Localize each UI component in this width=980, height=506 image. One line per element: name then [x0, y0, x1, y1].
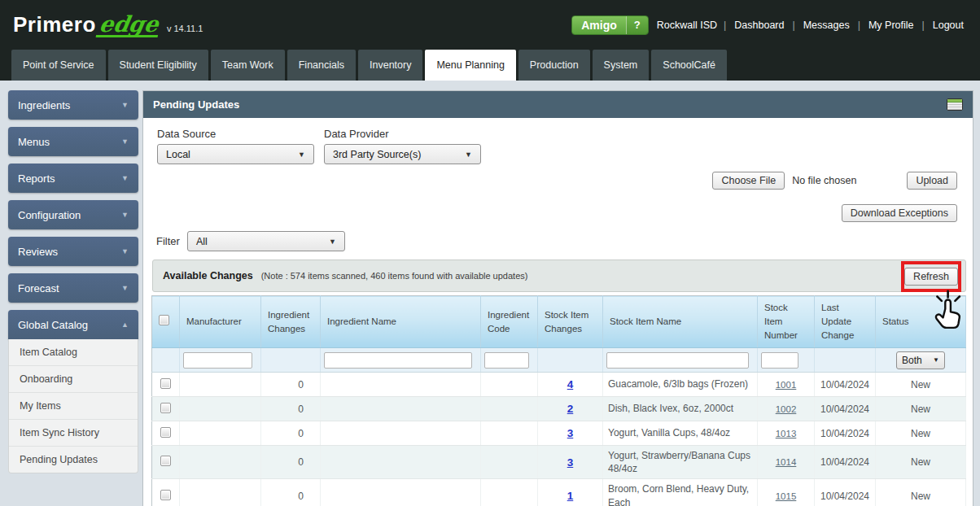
- filter-stock-item-number-input[interactable]: [761, 352, 798, 369]
- ingredient-name-cell: [321, 397, 481, 421]
- col-header-stock-item-name[interactable]: Stock Item Name: [603, 296, 758, 348]
- sidebar-item-reports[interactable]: Reports ▼: [8, 164, 138, 193]
- stock-item-changes-link[interactable]: 2: [567, 403, 574, 415]
- chevron-down-icon: ▼: [465, 150, 472, 159]
- sidebar-item-configuration[interactable]: Configuration ▼: [8, 200, 138, 229]
- nav-link-messages[interactable]: Messages: [800, 20, 853, 31]
- logo-text-accent: edge: [95, 15, 161, 37]
- tab-system[interactable]: System: [593, 50, 650, 81]
- col-header-manufacturer[interactable]: Manufacturer: [180, 296, 261, 348]
- col-header-ingredient-name[interactable]: Ingredient Name: [321, 296, 481, 348]
- status-cell: New: [876, 373, 966, 397]
- row-checkbox[interactable]: [160, 403, 171, 413]
- sidebar-item-forecast[interactable]: Forecast ▼: [8, 273, 138, 303]
- col-header-stock-item-number[interactable]: Stock Item Number: [758, 296, 815, 348]
- upload-button[interactable]: Upload: [907, 172, 957, 190]
- stock-item-number-link[interactable]: 1002: [776, 404, 797, 414]
- sidebar-item-pending-updates[interactable]: Pending Updates: [9, 447, 138, 473]
- available-changes-table-wrap: Manufacturer Ingredient Changes Ingredie…: [151, 295, 966, 506]
- amigo-badge[interactable]: Amigo ?: [571, 15, 649, 35]
- col-header-ingredient-changes[interactable]: Ingredient Changes: [261, 296, 321, 348]
- stock-item-changes-link[interactable]: 3: [567, 427, 574, 439]
- last-update-change-cell: 10/04/2024: [815, 373, 876, 397]
- amigo-label[interactable]: Amigo: [572, 16, 626, 34]
- sidebar-item-global-catalog[interactable]: Global Catalog ▲: [8, 310, 138, 339]
- ingredient-changes-cell: 0: [261, 479, 321, 506]
- stock-item-number-link[interactable]: 1014: [776, 457, 797, 467]
- tab-financials[interactable]: Financials: [287, 50, 356, 81]
- chevron-down-icon: ▼: [298, 150, 305, 159]
- data-source-select[interactable]: Local ▼: [157, 144, 314, 164]
- status-filter-select[interactable]: Both ▼: [896, 351, 945, 369]
- filter-ingredient-name-input[interactable]: [324, 352, 472, 369]
- filter-ingredient-code-input[interactable]: [484, 352, 529, 369]
- table-row: 0 1 Broom, Corn Blend, Heavy Duty, Each …: [152, 479, 966, 506]
- nav-separator: |: [853, 20, 865, 31]
- tab-menu-planning[interactable]: Menu Planning: [425, 50, 515, 81]
- row-checkbox[interactable]: [160, 427, 171, 438]
- help-icon[interactable]: ?: [626, 16, 648, 34]
- col-header-last-update-change[interactable]: Last Update Change: [815, 296, 876, 348]
- filter-manufacturer-input[interactable]: [183, 352, 252, 369]
- sidebar-item-ingredients[interactable]: Ingredients ▼: [8, 90, 138, 120]
- filter-select[interactable]: All ▼: [187, 231, 345, 251]
- stock-item-changes-link[interactable]: 4: [567, 378, 574, 390]
- refresh-highlight-annotation: Refresh: [901, 261, 961, 292]
- refresh-button[interactable]: Refresh: [904, 268, 958, 286]
- app-logo: Primero edge v 14.11.1: [13, 12, 203, 37]
- filter-value: All: [196, 236, 208, 247]
- grid-view-icon[interactable]: [947, 98, 963, 111]
- sidebar-item-menus[interactable]: Menus ▼: [8, 127, 138, 156]
- sidebar-item-label: Reviews: [18, 246, 58, 258]
- stock-item-changes-link[interactable]: 1: [567, 490, 574, 502]
- stock-item-number-link[interactable]: 1013: [776, 429, 797, 438]
- sidebar: Ingredients ▼ Menus ▼ Reports ▼ Configur…: [8, 90, 138, 473]
- ingredient-changes-cell: 0: [261, 373, 321, 397]
- filter-stock-item-name-input[interactable]: [606, 352, 749, 369]
- ingredient-changes-cell: 0: [261, 421, 321, 446]
- chevron-down-icon: ▼: [933, 356, 939, 364]
- col-header-stock-item-changes[interactable]: Stock Item Changes: [538, 296, 603, 348]
- sidebar-item-item-catalog[interactable]: Item Catalog: [9, 339, 138, 366]
- row-checkbox[interactable]: [160, 490, 171, 500]
- chevron-up-icon: ▲: [121, 321, 129, 329]
- sidebar-item-onboarding[interactable]: Onboarding: [9, 366, 138, 393]
- last-update-change-cell: 10/04/2024: [815, 421, 876, 446]
- ingredient-code-cell: [481, 373, 538, 397]
- data-provider-select[interactable]: 3rd Party Source(s) ▼: [324, 144, 481, 164]
- choose-file-button[interactable]: Choose File: [712, 172, 785, 190]
- table-row: 0 4 Guacamole, 6/3lb bags (Frozen) 1001 …: [152, 373, 966, 397]
- sidebar-item-item-sync-history[interactable]: Item Sync History: [9, 420, 138, 447]
- app-version: v 14.11.1: [167, 24, 203, 33]
- tab-student-eligibility[interactable]: Student Eligibility: [108, 50, 208, 81]
- ingredient-name-cell: [321, 421, 481, 446]
- logo-text-primary: Primero: [13, 12, 96, 37]
- nav-link-my-profile[interactable]: My Profile: [865, 20, 917, 31]
- district-name: Rockwall ISD: [657, 20, 719, 31]
- download-exceptions-button[interactable]: Download Exceptions: [842, 204, 957, 222]
- tab-team-work[interactable]: Team Work: [211, 50, 285, 81]
- filter-label: Filter: [156, 235, 180, 247]
- select-all-checkbox[interactable]: [159, 315, 169, 325]
- row-checkbox[interactable]: [160, 378, 171, 389]
- tab-point-of-service[interactable]: Point of Service: [11, 50, 106, 81]
- tab-schoolcafe[interactable]: SchoolCafé: [651, 50, 727, 81]
- sidebar-item-my-items[interactable]: My Items: [9, 393, 138, 420]
- manufacturer-cell: [180, 397, 261, 421]
- stock-item-changes-link[interactable]: 3: [567, 456, 574, 469]
- panel-body: Data Source Local ▼ Data Provider 3rd Pa…: [143, 118, 973, 506]
- tab-inventory[interactable]: Inventory: [358, 50, 422, 81]
- row-checkbox[interactable]: [160, 456, 171, 466]
- nav-link-logout[interactable]: Logout: [930, 20, 967, 31]
- stock-item-name-cell: Broom, Corn Blend, Heavy Duty, Each: [603, 479, 758, 506]
- stock-item-number-link[interactable]: 1015: [776, 491, 797, 501]
- stock-item-number-link[interactable]: 1001: [776, 380, 797, 390]
- sidebar-item-reviews[interactable]: Reviews ▼: [8, 237, 138, 266]
- col-header-ingredient-code[interactable]: Ingredient Code: [481, 296, 538, 348]
- table-header-row: Manufacturer Ingredient Changes Ingredie…: [152, 296, 966, 348]
- chevron-down-icon: ▼: [121, 284, 129, 292]
- ingredient-name-cell: [321, 479, 481, 506]
- tab-production[interactable]: Production: [518, 50, 590, 81]
- col-header-status[interactable]: Status: [876, 296, 966, 348]
- nav-link-dashboard[interactable]: Dashboard: [731, 20, 787, 31]
